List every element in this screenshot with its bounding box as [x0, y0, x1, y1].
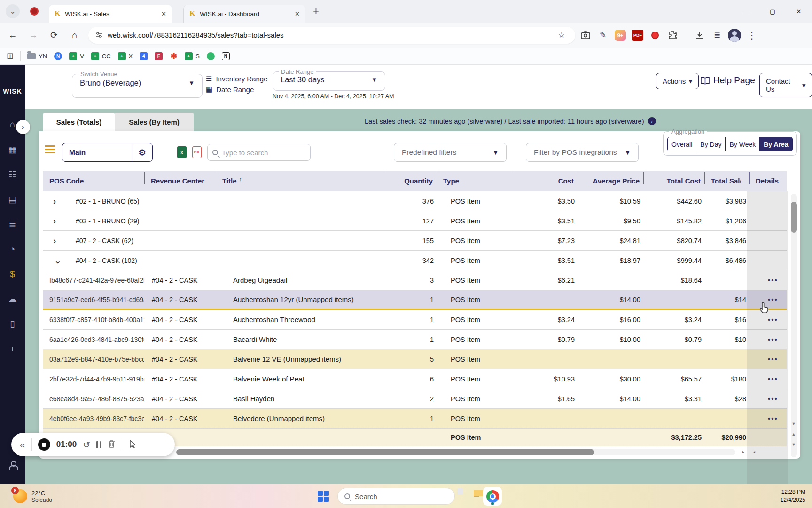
close-tab-icon[interactable]: ✕	[161, 10, 166, 17]
minimize-button[interactable]: —	[733, 0, 759, 23]
contact-us-button[interactable]: Contact Us▾	[759, 73, 812, 97]
scroll-up-arrow-2[interactable]: ▲	[791, 432, 796, 437]
view-selector[interactable]: Main ⚙	[62, 143, 153, 162]
table-item-row[interactable]: e68ea8d4-9a57-486f-8875-523af#04 - 2 - C…	[43, 389, 787, 409]
pos-integrations-filter-dropdown[interactable]: Filter by POS integrations▼	[526, 143, 639, 162]
apps-grid-icon[interactable]: ⊞	[7, 51, 14, 61]
aggregation-by-area[interactable]: By Area	[759, 137, 792, 151]
sidebar-item-sales[interactable]: $	[0, 262, 25, 286]
table-group-row[interactable]: ⌄#04 - 2 - CASK (102)342POS Item$3.51$18…	[43, 251, 787, 270]
chrome-icon[interactable]	[483, 487, 502, 506]
taskbar-search-input[interactable]: Search	[337, 488, 455, 505]
edit-pencil-extension-icon[interactable]: ✎	[596, 28, 610, 42]
predefined-filters-dropdown[interactable]: Predefined filters▼	[394, 143, 507, 162]
scroll-down-arrow[interactable]: ▼	[791, 421, 796, 426]
table-group-row[interactable]: ›#03 - 1 - BRUNO (29)127POS Item$3.51$9.…	[43, 211, 787, 231]
restart-recording-icon[interactable]: ↺	[83, 439, 90, 450]
browser-tab-sales[interactable]: K WISK.ai - Sales ✕	[49, 5, 172, 23]
info-icon[interactable]: i	[648, 117, 656, 125]
tab-sales-totals[interactable]: Sales (Totals)	[43, 113, 115, 131]
profile-avatar[interactable]	[727, 28, 742, 42]
more-options-icon[interactable]: •••	[756, 395, 778, 403]
export-pdf-icon[interactable]: PDF	[192, 146, 202, 158]
more-options-icon[interactable]: •••	[756, 335, 778, 343]
help-page-link[interactable]: Help Page	[700, 75, 755, 86]
downloads-icon[interactable]	[693, 28, 707, 42]
column-header-details[interactable]: Details	[749, 177, 787, 185]
table-menu-icon[interactable]	[45, 145, 55, 153]
table-item-row[interactable]: 03a712e9-b847-410e-b75e-bbcd#04 - 2 - CA…	[43, 349, 787, 369]
start-button[interactable]	[318, 491, 329, 502]
bookmark-notion[interactable]: N	[222, 52, 230, 60]
screenshot-camera-icon[interactable]	[578, 28, 593, 42]
bookmark-circle-blue[interactable]: N	[54, 52, 62, 60]
aggregation-by-week[interactable]: By Week	[725, 137, 759, 151]
site-info-icon[interactable]	[95, 31, 103, 39]
browser-menu-kebab-icon[interactable]: ⋮	[745, 28, 759, 42]
table-item-row[interactable]: 6338f0f7-c857-410f-b8db-400a11#04 - 2 - …	[43, 310, 787, 330]
date-range-select[interactable]: Date Range Last 30 days▼	[273, 68, 385, 91]
weather-widget[interactable]: 8 22°C Soleado	[13, 489, 52, 503]
bookmark-sheet-green[interactable]: +S	[185, 52, 200, 60]
column-header-total-cost[interactable]: Total Cost	[643, 177, 704, 185]
sidebar-item-cloud[interactable]: ☁	[0, 286, 25, 311]
more-options-icon[interactable]: •••	[756, 414, 778, 422]
more-options-icon[interactable]: •••	[756, 276, 778, 284]
vertical-scrollbar[interactable]	[791, 194, 797, 457]
bookmark-sheet-green[interactable]: +V	[69, 52, 84, 60]
scroll-right-arrow[interactable]: ▸	[742, 449, 745, 454]
column-header-average-price[interactable]: Average Price	[578, 177, 643, 185]
column-header-quantity[interactable]: Quantity	[385, 177, 437, 185]
table-item-row[interactable]: 6aa1c426-0ed3-4841-abc9-130fe#04 - 2 - C…	[43, 330, 787, 349]
back-icon[interactable]: ←	[5, 27, 21, 43]
column-header-revenue-center[interactable]: Revenue Center	[144, 177, 216, 185]
close-tab-icon[interactable]: ✕	[295, 10, 300, 17]
column-header-pos-code[interactable]: POS Code	[43, 177, 144, 185]
badge-extension-icon[interactable]: 9+	[613, 28, 627, 42]
date-range-link[interactable]: ▦ Date Range	[206, 85, 254, 94]
table-group-row[interactable]: ›#07 - 2 - CASK (62)155POS Item$7.23$24.…	[43, 231, 787, 251]
export-excel-icon[interactable]: x	[177, 146, 187, 158]
table-item-row[interactable]: 2bf7e32d-7d44-47b9-9b11-919bc#04 - 2 - C…	[43, 369, 787, 389]
bookmark-sheet-green[interactable]: +X	[118, 52, 133, 60]
actions-button[interactable]: Actions▾	[656, 73, 699, 89]
vertical-scrollbar-thumb[interactable]	[791, 202, 797, 233]
profile-icon[interactable]	[8, 461, 17, 469]
horizontal-scrollbar-thumb[interactable]	[176, 449, 594, 455]
bookmark-asterisk[interactable]: ✱	[170, 52, 178, 60]
delete-recording-icon[interactable]	[108, 439, 116, 450]
sidebar-item-team[interactable]: ☷	[0, 162, 25, 187]
expand-caret-icon[interactable]: ›	[49, 216, 76, 225]
bookmark-doc-blue[interactable]: 4	[140, 52, 148, 60]
bookmark-folder[interactable]: YN	[27, 53, 47, 60]
sidebar-item-orders[interactable]: ▦	[0, 137, 25, 162]
bookmark-doc-red[interactable]: F	[155, 52, 163, 60]
column-header-title[interactable]: Title↑	[216, 177, 385, 185]
pause-recording-icon[interactable]	[96, 441, 102, 448]
sidebar-item-devices[interactable]: ▯	[0, 311, 25, 336]
browser-tab-dashboard[interactable]: K WISK.ai - Dashboard ✕	[183, 5, 305, 23]
aggregation-by-day[interactable]: By Day	[696, 137, 725, 151]
aggregation-overall[interactable]: Overall	[668, 137, 696, 151]
expand-caret-icon[interactable]: ›	[49, 197, 76, 206]
address-bar[interactable]: web.wisk.cool/7883162116284935/sales?tab…	[88, 27, 575, 44]
new-tab-button[interactable]: +	[313, 5, 319, 17]
sidebar-item-history[interactable]: ◔	[0, 237, 25, 262]
column-header-type[interactable]: Type	[437, 177, 512, 185]
sidebar-expand-toggle[interactable]: ›	[16, 120, 30, 134]
collapse-recorder-icon[interactable]: «	[20, 439, 25, 450]
expand-caret-icon[interactable]: ›	[49, 236, 76, 245]
sidebar-item-add[interactable]: +	[0, 336, 25, 361]
sidebar-item-inventory[interactable]: ▤	[0, 187, 25, 212]
media-playlist-icon[interactable]: ≣	[710, 28, 724, 42]
close-window-button[interactable]: ✕	[786, 0, 812, 23]
scroll-left-arrow[interactable]: ◂	[753, 449, 755, 454]
cursor-tool-icon[interactable]	[128, 439, 137, 450]
scroll-down-arrow-2[interactable]: ▼	[791, 442, 796, 447]
column-header-total-sales[interactable]: Total Sales	[704, 177, 749, 185]
bookmark-drop-green[interactable]	[207, 52, 215, 60]
tab-sales-by-item[interactable]: Sales (By Item)	[115, 113, 194, 131]
switch-venue-select[interactable]: Switch Venue Bruno (Beverage)▼	[72, 71, 203, 98]
inventory-range-link[interactable]: ☰ Inventory Range	[206, 74, 268, 83]
pdf-extension-icon[interactable]: PDF	[631, 28, 645, 42]
